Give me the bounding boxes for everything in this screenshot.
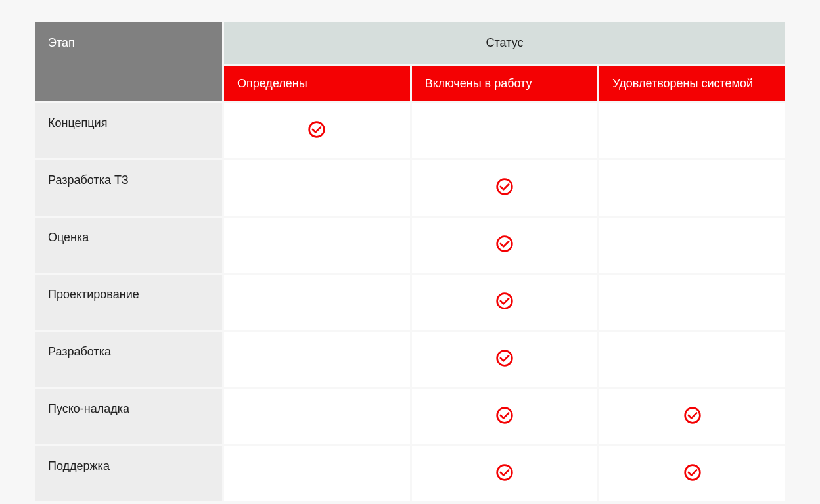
checkmark-icon xyxy=(683,463,702,482)
svg-point-5 xyxy=(497,408,512,423)
status-cell xyxy=(412,275,598,330)
status-cell xyxy=(224,389,410,444)
table-head: Этап Статус Определены Включены в работу… xyxy=(35,22,785,101)
status-col-2: Удовлетворены системой xyxy=(599,66,785,101)
checkmark-icon xyxy=(308,120,326,139)
status-col-0: Определены xyxy=(224,66,410,101)
status-cell xyxy=(599,218,785,273)
status-cell xyxy=(599,275,785,330)
table-row: Поддержка xyxy=(35,446,785,501)
status-cell xyxy=(599,103,785,158)
status-cell xyxy=(412,389,598,444)
table-row: Оценка xyxy=(35,218,785,273)
stage-name-cell: Поддержка xyxy=(35,446,222,501)
stage-name-cell: Проектирование xyxy=(35,275,222,330)
status-cell xyxy=(599,389,785,444)
status-cell xyxy=(412,446,598,501)
svg-point-4 xyxy=(497,351,512,366)
status-cell xyxy=(224,218,410,273)
status-cell xyxy=(224,446,410,501)
table-row: Пуско-наладка xyxy=(35,389,785,444)
stage-name-cell: Пуско-наладка xyxy=(35,389,222,444)
status-cell xyxy=(412,218,598,273)
table-row: Разработка xyxy=(35,332,785,387)
svg-point-1 xyxy=(497,179,512,195)
stage-name-cell: Оценка xyxy=(35,218,222,273)
checkmark-icon xyxy=(683,406,702,424)
status-cell xyxy=(599,446,785,501)
checkmark-icon xyxy=(495,463,514,482)
page-root: Этап Статус Определены Включены в работу… xyxy=(0,0,820,504)
table-row: Концепция xyxy=(35,103,785,158)
status-cell xyxy=(224,160,410,216)
svg-point-0 xyxy=(309,122,325,137)
status-cell xyxy=(412,332,598,387)
stages-table: Этап Статус Определены Включены в работу… xyxy=(33,20,787,503)
svg-point-6 xyxy=(685,408,700,423)
svg-point-7 xyxy=(497,465,512,480)
checkmark-icon xyxy=(495,292,514,310)
table-body: КонцепцияРазработка ТЗОценкаПроектирован… xyxy=(35,103,785,501)
checkmark-icon xyxy=(495,177,514,196)
status-cell xyxy=(224,103,410,158)
status-cell xyxy=(412,160,598,216)
checkmark-icon xyxy=(495,406,514,424)
svg-point-2 xyxy=(497,237,512,252)
svg-point-8 xyxy=(685,465,700,480)
table-row: Проектирование xyxy=(35,275,785,330)
checkmark-icon xyxy=(495,235,514,253)
status-cell xyxy=(599,160,785,216)
status-col-1: Включены в работу xyxy=(412,66,598,101)
stage-name-cell: Концепция xyxy=(35,103,222,158)
svg-point-3 xyxy=(497,294,512,309)
status-header: Статус xyxy=(224,22,785,64)
status-cell xyxy=(224,275,410,330)
status-cell xyxy=(412,103,598,158)
status-cell xyxy=(224,332,410,387)
stage-name-cell: Разработка xyxy=(35,332,222,387)
status-cell xyxy=(599,332,785,387)
stage-header: Этап xyxy=(35,22,222,101)
stage-name-cell: Разработка ТЗ xyxy=(35,160,222,216)
checkmark-icon xyxy=(495,349,514,367)
table-row: Разработка ТЗ xyxy=(35,160,785,216)
